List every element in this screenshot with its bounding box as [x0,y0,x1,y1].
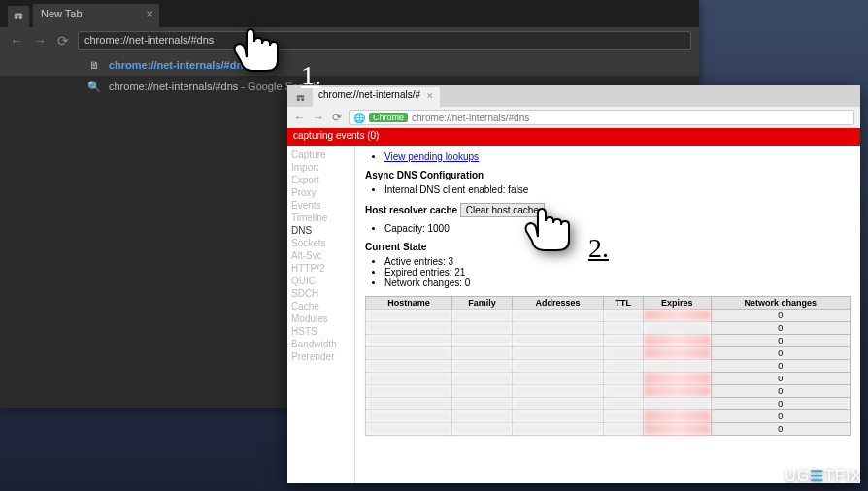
dns-content-panel: View pending lookups Async DNS Configura… [355,146,860,483]
capture-status-bar: capturing events (0) [287,128,860,146]
host-cache-table: HostnameFamilyAddressesTTLExpiresNetwork… [365,296,851,436]
tab-label: New Tab [41,8,83,19]
table-header: Hostname [366,297,452,310]
svg-point-2 [296,97,299,100]
table-header: TTL [603,297,643,310]
table-header: Network changes [711,297,850,310]
step-label-2: 2. [588,233,609,264]
table-header: Expires [644,297,712,310]
tab-label: chrome://net-internals/# [318,89,420,100]
sidebar-item-proxy[interactable]: Proxy [291,186,351,199]
host-resolver-cache-label: Host resolver cache [365,205,457,215]
async-dns-bullet: Internal DNS client enabled: false [384,184,851,195]
table-row: 0 [366,410,851,423]
sidebar-item-quic[interactable]: QUIC [291,275,351,287]
window2-tabstrip: chrome://net-internals/# ✕ [287,85,860,107]
sidebar-item-http2[interactable]: HTTP/2 [291,262,351,275]
table-header: Addresses [513,297,603,310]
address-text: chrome://net-internals/#dns [412,113,529,123]
table-row: 0 [366,347,851,360]
forward-button[interactable]: → [31,32,49,49]
step-label-1: 1. [301,60,321,91]
table-row: 0 [366,335,851,347]
incognito-icon [291,89,309,107]
async-dns-heading: Async DNS Configuration [365,170,851,180]
cursor-pointer-icon [505,194,583,257]
close-icon[interactable]: ✕ [146,9,153,19]
suggestion-row[interactable]: 🗎 chrome://net-internals/#dns [0,54,699,76]
sidebar-item-sdch[interactable]: SDCH [291,287,351,300]
reload-button[interactable]: ⟳ [330,111,344,124]
sidebar-item-events[interactable]: Events [291,199,351,212]
table-header: Family [451,297,512,310]
table-row: 0 [366,423,851,436]
tab-net-internals[interactable]: chrome://net-internals/# ✕ [313,87,440,107]
table-row: 0 [366,322,851,335]
ugetfix-logo: UG☰TFIX [785,467,862,485]
incognito-icon [8,6,29,27]
window2-toolbar: ← → ⟳ 🌐 Chrome chrome://net-internals/#d… [287,107,860,128]
state-bullet: Active entries: 3 [384,256,851,267]
sidebar-item-prerender[interactable]: Prerender [291,350,351,363]
reload-button[interactable]: ⟳ [54,32,72,49]
net-internals-sidebar: CaptureImportExportProxyEventsTimelineDN… [287,146,355,483]
table-row: 0 [366,385,851,398]
sidebar-item-modules[interactable]: Modules [291,312,351,325]
svg-point-0 [15,16,17,19]
forward-button[interactable]: → [312,111,325,124]
window1-toolbar: ← → ⟳ chrome://net-internals/#dns [0,27,699,54]
sidebar-item-export[interactable]: Export [291,174,351,186]
capacity-bullet: Capacity: 1000 [384,223,851,234]
sidebar-item-hsts[interactable]: HSTS [291,325,351,338]
sidebar-item-cache[interactable]: Cache [291,300,351,312]
address-bar[interactable]: chrome://net-internals/#dns [78,31,691,50]
address-bar[interactable]: 🌐 Chrome chrome://net-internals/#dns [349,110,854,125]
sidebar-item-altsvc[interactable]: Alt-Svc [291,249,351,262]
svg-point-1 [19,16,22,19]
cursor-pointer-icon [214,15,291,78]
state-bullet: Network changes: 0 [384,278,851,288]
sidebar-item-capture[interactable]: Capture [291,148,351,161]
table-row: 0 [366,360,851,373]
suggestion-text: chrome://net-internals/#dns [109,81,238,92]
table-row: 0 [366,398,851,410]
sidebar-item-import[interactable]: Import [291,161,351,174]
window1-tabstrip: New Tab ✕ [0,0,699,27]
state-bullet: Expired entries: 21 [384,267,851,278]
sidebar-item-dns[interactable]: DNS [291,224,351,237]
search-icon: 🔍 [87,80,101,93]
table-row: 0 [366,310,851,322]
sidebar-item-bandwidth[interactable]: Bandwidth [291,338,351,350]
back-button[interactable]: ← [8,32,25,49]
table-row: 0 [366,373,851,385]
tab-new-tab[interactable]: New Tab ✕ [33,4,159,27]
chrome-badge: Chrome [369,113,408,122]
back-button[interactable]: ← [293,111,307,124]
view-pending-link[interactable]: View pending lookups [384,151,479,162]
sidebar-item-timeline[interactable]: Timeline [291,212,351,224]
file-icon: 🗎 [87,58,101,72]
net-internals-window: chrome://net-internals/# ✕ ← → ⟳ 🌐 Chrom… [287,85,860,483]
globe-icon: 🌐 [353,113,365,123]
svg-point-3 [301,97,304,100]
sidebar-item-sockets[interactable]: Sockets [291,237,351,249]
close-icon[interactable]: ✕ [426,91,434,101]
